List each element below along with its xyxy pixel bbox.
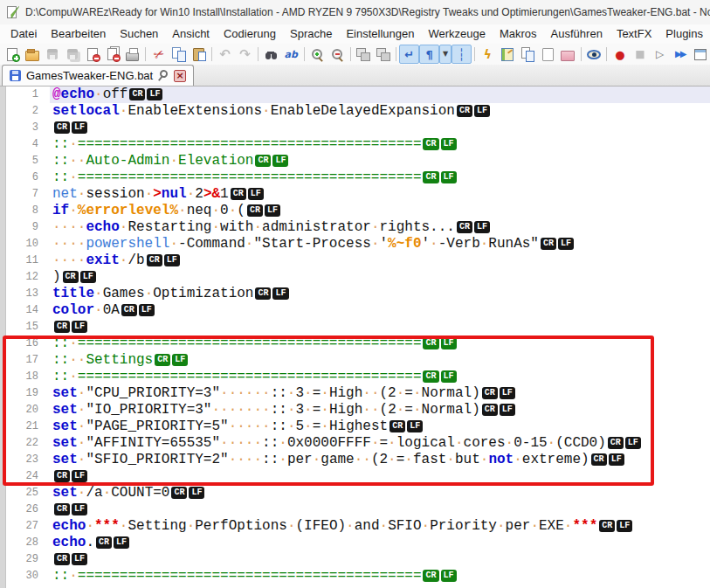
- toolbar: ✂↶↷ab↵¶▼┆ϟƒ●■▷▶▶: [0, 44, 710, 65]
- folder-as-workspace-button[interactable]: [558, 45, 578, 64]
- code-area[interactable]: 1@echo·offCRLF2setlocal·EnableExtensions…: [0, 86, 710, 585]
- menu-item-codierung[interactable]: Codierung: [217, 24, 283, 44]
- crlf-marker: CR: [599, 520, 615, 532]
- run-macro-multiple-button[interactable]: ▶▶: [670, 45, 690, 64]
- save-all-button[interactable]: [63, 45, 83, 64]
- redo-button[interactable]: ↷: [235, 45, 255, 64]
- paste-button[interactable]: [189, 45, 209, 64]
- crlf-marker: LF: [272, 287, 288, 300]
- crlf-marker: LF: [272, 155, 288, 167]
- code-line-17[interactable]: 17::··SettingsCRLF: [0, 352, 710, 369]
- crlf-marker: LF: [441, 171, 457, 183]
- code-line-11[interactable]: 11····exit·/bCRLF: [0, 252, 710, 269]
- stop-recording-button[interactable]: ■: [630, 45, 650, 64]
- start-recording-button[interactable]: ●: [610, 45, 630, 64]
- code-line-23[interactable]: 23set·"SFIO_PRIORITY=2"····::·per·game··…: [0, 452, 710, 468]
- print-button[interactable]: [122, 45, 142, 64]
- replace-button[interactable]: ab: [281, 45, 301, 64]
- code-line-26[interactable]: 26CRLF: [0, 502, 710, 518]
- open-file-button[interactable]: [23, 45, 43, 64]
- title-bar[interactable]: D:\CompuWAREz\Ready for Win10 Install\In…: [0, 0, 710, 24]
- code-line-5[interactable]: 5::··Auto-Admin·ElevationCRLF: [0, 153, 710, 169]
- code-line-19[interactable]: 19set·"CPU_PRIORITY=3"······::·3·=·High·…: [0, 385, 710, 402]
- menu-item-plugins[interactable]: Plugins: [658, 24, 710, 44]
- view-file-in-browser-button[interactable]: [584, 45, 604, 64]
- show-all-characters-dropdown-icon: ▼: [440, 46, 451, 62]
- menu-item-ansicht[interactable]: Ansicht: [165, 24, 217, 44]
- save-file-button[interactable]: [43, 45, 63, 64]
- code-line-13[interactable]: 13title·Games·OptimizationCRLF: [0, 286, 710, 302]
- editor[interactable]: 1@echo·offCRLF2setlocal·EnableExtensions…: [0, 86, 710, 588]
- code-line-28[interactable]: 28echo.CRLF: [0, 535, 710, 551]
- document-map-icon: [500, 46, 515, 62]
- zoom-out-button[interactable]: [327, 45, 348, 64]
- word-wrap-button[interactable]: ↵: [399, 45, 419, 64]
- menu-item-werkzeuge[interactable]: Werkzeuge: [421, 24, 493, 44]
- menu-item-datei[interactable]: Datei: [3, 24, 44, 44]
- new-file-button[interactable]: [3, 45, 23, 64]
- zoom-in-button[interactable]: [307, 45, 327, 64]
- tab-label: GamesTweaker-ENG.bat: [26, 69, 153, 82]
- show-all-characters-button[interactable]: ¶: [419, 45, 439, 64]
- code-line-25[interactable]: 25set·/a·COUNT=0CRLF: [0, 485, 710, 502]
- sync-vertical-scroll-icon: [355, 46, 371, 62]
- tab-gamestweaker[interactable]: GamesTweaker-ENG.bat ×: [2, 65, 194, 86]
- toolbar-separator: [350, 47, 351, 61]
- code-line-21[interactable]: 21set·"PAGE_PRIORITY=5"·····::·5·=·Highe…: [0, 419, 710, 435]
- menu-item-makros[interactable]: Makros: [493, 24, 544, 44]
- bookmark-margin[interactable]: [0, 86, 6, 588]
- pin-icon[interactable]: [158, 70, 169, 81]
- code-line-6[interactable]: 6::·====================================…: [0, 169, 710, 186]
- menu-bar: DateiBearbeitenSuchenAnsichtCodierungSpr…: [0, 24, 710, 44]
- menu-item-sprache[interactable]: Sprache: [283, 24, 339, 44]
- find-button[interactable]: [261, 45, 281, 64]
- crlf-marker: LF: [500, 387, 515, 399]
- save-recorded-macro-button[interactable]: [690, 45, 710, 64]
- code-line-27[interactable]: 27echo·***·Setting·PerfOptions·(IFEO)·an…: [0, 518, 710, 535]
- sync-horizontal-scroll-button[interactable]: [373, 45, 393, 64]
- code-line-3[interactable]: 3CRLF: [0, 120, 710, 136]
- close-all-icon: [105, 46, 121, 62]
- menu-item-bearbeiten[interactable]: Bearbeiten: [44, 24, 113, 44]
- function-list-button[interactable]: ϟ: [478, 45, 498, 64]
- code-line-9[interactable]: 9····echo·Restarting·with·administrator·…: [0, 219, 710, 236]
- code-line-20[interactable]: 20set·"IO_PRIORITY=3"·······::·3·=·High·…: [0, 402, 710, 419]
- code-line-15[interactable]: 15CRLF: [0, 319, 710, 336]
- code-line-16[interactable]: 16::·===================================…: [0, 336, 710, 352]
- crlf-marker: CR: [591, 453, 607, 466]
- playback-macro-button[interactable]: ▷: [650, 45, 670, 64]
- menu-item-einstellungen[interactable]: Einstellungen: [339, 24, 421, 44]
- code-line-18[interactable]: 18::·===================================…: [0, 369, 710, 385]
- crlf-marker: LF: [625, 437, 641, 449]
- code-line-1[interactable]: 1@echo·offCRLF: [0, 86, 710, 103]
- document-switcher-button[interactable]: [518, 45, 538, 64]
- code-line-2[interactable]: 2setlocal·EnableExtensions·EnableDelayed…: [0, 103, 710, 120]
- undo-button[interactable]: ↶: [215, 45, 235, 64]
- close-file-button[interactable]: [83, 45, 103, 64]
- code-line-8[interactable]: 8if·%errorlevel%·neq·0·(CRLF: [0, 203, 710, 219]
- code-line-29[interactable]: 29CRLF: [0, 551, 710, 568]
- code-line-22[interactable]: 22set·"AFFINITY=65535"·····::·0x0000FFFF…: [0, 435, 710, 452]
- close-all-button[interactable]: [103, 45, 123, 64]
- code-line-4[interactable]: 4::·====================================…: [0, 136, 710, 153]
- save-all-icon: [65, 46, 80, 62]
- show-all-characters-dropdown-button[interactable]: ▼: [439, 45, 452, 64]
- run-script-button[interactable]: ƒ: [538, 45, 558, 64]
- cut-button[interactable]: ✂: [148, 45, 169, 64]
- code-line-24[interactable]: 24CRLF: [0, 468, 710, 485]
- crlf-marker: LF: [114, 536, 129, 549]
- crlf-marker: LF: [558, 238, 574, 250]
- copy-button[interactable]: [169, 45, 189, 64]
- sync-vertical-scroll-button[interactable]: [354, 45, 374, 64]
- code-line-7[interactable]: 7net·session·>nul·2>&1CRLF: [0, 186, 710, 203]
- menu-item-suchen[interactable]: Suchen: [113, 24, 165, 44]
- code-line-10[interactable]: 10····powershell·-Command·"Start-Process…: [0, 236, 710, 252]
- code-line-30[interactable]: 30::·===================================…: [0, 568, 710, 585]
- show-indent-guide-button[interactable]: ┆: [452, 45, 472, 64]
- menu-item-textfx[interactable]: TextFX: [610, 24, 658, 44]
- code-line-12[interactable]: 12)CRLF: [0, 269, 710, 286]
- tab-close-icon[interactable]: ×: [174, 70, 186, 82]
- document-map-button[interactable]: [498, 45, 518, 64]
- code-line-14[interactable]: 14color·0ACRLF: [0, 302, 710, 319]
- menu-item-ausfuehren[interactable]: Ausführen: [544, 24, 610, 44]
